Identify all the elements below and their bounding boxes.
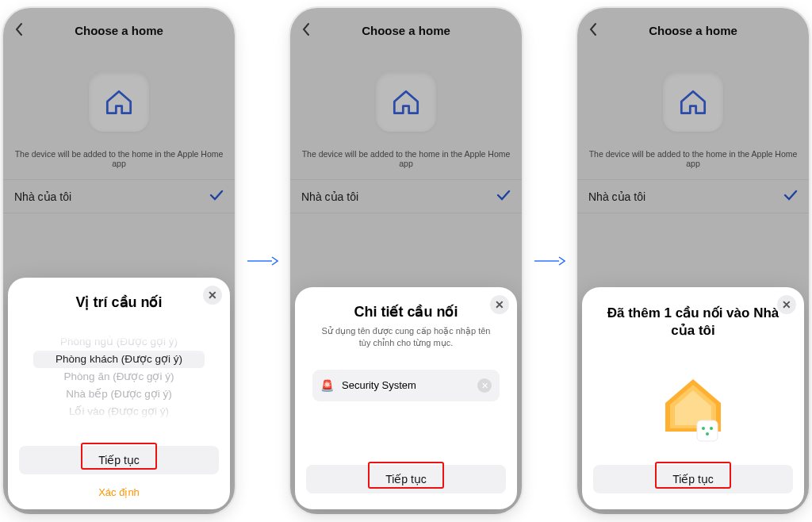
svg-rect-2 [697,420,718,441]
sheet-bridge-added: ✕ Đã thêm 1 cầu nối vào Nhà của tôi [582,287,804,509]
sheet-bridge-location: ✕ Vị trí cầu nối Phòng ngủ (Được gợi ý) … [8,278,230,509]
continue-button[interactable]: Tiếp tục [19,446,219,474]
sheet-title: Vị trí cầu nối [19,294,219,311]
room-picker-wheel[interactable]: Phòng ngủ (Được gợi ý) Phòng khách (Được… [19,333,219,422]
svg-point-5 [706,432,709,436]
flow-arrow-icon [530,255,569,267]
svg-point-3 [702,427,705,430]
picker-option[interactable]: Nhà bếp (Được gợi ý) [19,386,219,403]
continue-label: Tiếp tục [672,473,714,486]
close-icon[interactable]: ✕ [777,295,796,314]
phone-step-3: Choose a home The device will be added t… [577,8,809,514]
three-step-flow: Choose a home The device will be added t… [0,0,812,522]
cta-row: Tiếp tục [19,446,219,474]
close-icon[interactable]: ✕ [203,286,222,305]
picker-option[interactable]: Phòng ăn (Được gợi ý) [19,368,219,386]
sheet-subtitle: Sử dụng tên được cung cấp hoặc nhập tên … [320,325,492,349]
picker-option-selected[interactable]: Phòng khách (Được gợi ý) [33,351,205,368]
clear-text-icon[interactable]: ✕ [477,378,492,393]
home-added-illustration [593,359,793,446]
phone-step-1: Choose a home The device will be added t… [3,8,235,514]
phone-step-2: Choose a home The device will be added t… [290,8,522,514]
cta-row: Tiếp tục [306,465,506,493]
continue-label: Tiếp tục [98,454,140,466]
picker-option[interactable]: Lối vào (Được gợi ý) [19,403,219,420]
identify-link[interactable]: Xác định [8,486,230,498]
continue-button[interactable]: Tiếp tục [306,465,506,493]
continue-button[interactable]: Tiếp tục [593,465,793,493]
device-name-value: Security System [342,379,416,391]
close-icon[interactable]: ✕ [490,295,509,314]
cta-row: Tiếp tục [593,465,793,493]
alarm-icon: 🚨 [320,379,334,392]
sheet-title: Chi tiết cầu nối [306,303,506,320]
continue-label: Tiếp tục [385,473,427,486]
flow-arrow-icon [243,255,282,267]
sheet-title: Đã thêm 1 cầu nối vào Nhà của tôi [603,305,783,340]
picker-option[interactable]: Phòng ngủ (Được gợi ý) [19,333,219,351]
sheet-bridge-details: ✕ Chi tiết cầu nối Sử dụng tên được cung… [295,287,517,509]
device-name-field[interactable]: 🚨 Security System ✕ [312,370,500,401]
svg-point-4 [710,427,713,430]
